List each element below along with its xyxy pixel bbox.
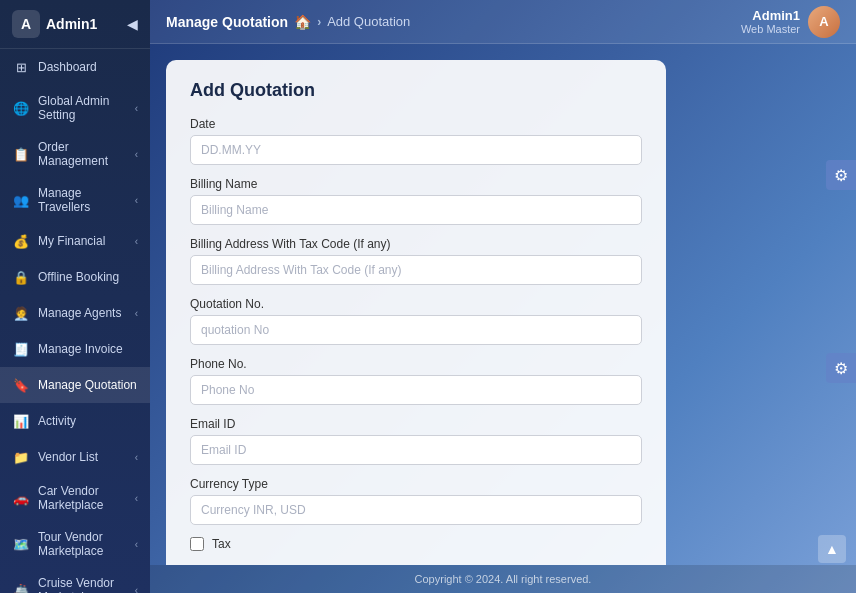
- sidebar-label-offline-booking: Offline Booking: [38, 270, 138, 284]
- sidebar-label-manage-quotation: Manage Quotation: [38, 378, 138, 392]
- phone-no-input[interactable]: [190, 375, 642, 405]
- gear-button-2[interactable]: ⚙: [826, 353, 856, 383]
- currency-type-group: Currency Type: [190, 477, 642, 525]
- billing-address-group: Billing Address With Tax Code (If any): [190, 237, 642, 285]
- sidebar: A Admin1 ◀ ⊞ Dashboard 🌐 Global Admin Se…: [0, 0, 150, 593]
- currency-type-label: Currency Type: [190, 477, 642, 491]
- sidebar-icon-cruise-vendor: 🚢: [12, 581, 30, 593]
- chevron-car-vendor: ‹: [135, 493, 138, 504]
- chevron-vendor-list: ‹: [135, 452, 138, 463]
- collapse-button[interactable]: ◀: [127, 16, 138, 32]
- logo-icon: A: [12, 10, 40, 38]
- sidebar-icon-car-vendor: 🚗: [12, 489, 30, 507]
- sidebar-label-dashboard: Dashboard: [38, 60, 138, 74]
- breadcrumb-home-icon: 🏠: [294, 14, 311, 30]
- chevron-order-mgmt: ‹: [135, 149, 138, 160]
- quotation-no-label: Quotation No.: [190, 297, 642, 311]
- tax-label: Tax: [212, 537, 231, 551]
- sidebar-item-manage-invoice[interactable]: 🧾 Manage Invoice: [0, 331, 150, 367]
- sidebar-label-car-vendor: Car Vendor Marketplace: [38, 484, 127, 512]
- email-id-input[interactable]: [190, 435, 642, 465]
- sidebar-item-activity[interactable]: 📊 Activity: [0, 403, 150, 439]
- main-content: Manage Quotation 🏠 › Add Quotation Admin…: [150, 0, 856, 593]
- main-wrapper: Manage Quotation 🏠 › Add Quotation Admin…: [150, 0, 856, 593]
- sidebar-icon-tour-vendor: 🗺️: [12, 535, 30, 553]
- sidebar-icon-global-admin: 🌐: [12, 99, 30, 117]
- email-id-label: Email ID: [190, 417, 642, 431]
- sidebar-item-offline-booking[interactable]: 🔒 Offline Booking: [0, 259, 150, 295]
- sidebar-icon-activity: 📊: [12, 412, 30, 430]
- sidebar-item-my-financial[interactable]: 💰 My Financial ‹: [0, 223, 150, 259]
- date-label: Date: [190, 117, 642, 131]
- sidebar-icon-my-financial: 💰: [12, 232, 30, 250]
- date-input[interactable]: [190, 135, 642, 165]
- quotation-no-input[interactable]: [190, 315, 642, 345]
- chevron-cruise-vendor: ‹: [135, 585, 138, 594]
- sidebar-label-global-admin: Global Admin Setting: [38, 94, 127, 122]
- sidebar-icon-dashboard: ⊞: [12, 58, 30, 76]
- breadcrumb: Manage Quotation 🏠 › Add Quotation: [166, 14, 410, 30]
- breadcrumb-separator: ›: [317, 15, 321, 29]
- tax-checkbox[interactable]: [190, 537, 204, 551]
- scroll-to-top-button[interactable]: ▲: [818, 535, 846, 563]
- sidebar-item-manage-agents[interactable]: 🧑‍💼 Manage Agents ‹: [0, 295, 150, 331]
- sidebar-label-tour-vendor: Tour Vendor Marketplace: [38, 530, 127, 558]
- user-info: Admin1 Web Master A: [741, 6, 840, 38]
- sidebar-icon-offline-booking: 🔒: [12, 268, 30, 286]
- sidebar-item-manage-quotation[interactable]: 🔖 Manage Quotation: [0, 367, 150, 403]
- user-role: Web Master: [741, 23, 800, 35]
- add-quotation-card: Add Quotation Date Billing Name Billing …: [166, 60, 666, 565]
- sidebar-item-cruise-vendor[interactable]: 🚢 Cruise Vendor Marketplace ‹: [0, 567, 150, 593]
- chevron-my-financial: ‹: [135, 236, 138, 247]
- sidebar-label-activity: Activity: [38, 414, 138, 428]
- footer: Copyright © 2024. All right reserved.: [150, 565, 856, 593]
- sidebar-label-manage-agents: Manage Agents: [38, 306, 127, 320]
- sidebar-item-global-admin[interactable]: 🌐 Global Admin Setting ‹: [0, 85, 150, 131]
- tax-section: Tax No. Product Descriptions Subtotal: [190, 537, 642, 565]
- sidebar-icon-manage-quotation: 🔖: [12, 376, 30, 394]
- topbar: Manage Quotation 🏠 › Add Quotation Admin…: [150, 0, 856, 44]
- chevron-manage-travellers: ‹: [135, 195, 138, 206]
- billing-address-label: Billing Address With Tax Code (If any): [190, 237, 642, 251]
- breadcrumb-page-title: Manage Quotation: [166, 14, 288, 30]
- sidebar-item-vendor-list[interactable]: 📁 Vendor List ‹: [0, 439, 150, 475]
- billing-name-group: Billing Name: [190, 177, 642, 225]
- gear-button-1[interactable]: ⚙: [826, 160, 856, 190]
- sidebar-item-car-vendor[interactable]: 🚗 Car Vendor Marketplace ‹: [0, 475, 150, 521]
- user-avatar: A: [808, 6, 840, 38]
- email-id-group: Email ID: [190, 417, 642, 465]
- sidebar-label-my-financial: My Financial: [38, 234, 127, 248]
- sidebar-label-cruise-vendor: Cruise Vendor Marketplace: [38, 576, 127, 593]
- billing-name-input[interactable]: [190, 195, 642, 225]
- sidebar-icon-manage-invoice: 🧾: [12, 340, 30, 358]
- sidebar-item-tour-vendor[interactable]: 🗺️ Tour Vendor Marketplace ‹: [0, 521, 150, 567]
- quotation-no-group: Quotation No.: [190, 297, 642, 345]
- chevron-tour-vendor: ‹: [135, 539, 138, 550]
- sidebar-items-container: ⊞ Dashboard 🌐 Global Admin Setting ‹ 📋 O…: [0, 49, 150, 593]
- sidebar-item-manage-travellers[interactable]: 👥 Manage Travellers ‹: [0, 177, 150, 223]
- sidebar-label-manage-invoice: Manage Invoice: [38, 342, 138, 356]
- sidebar-icon-manage-travellers: 👥: [12, 191, 30, 209]
- billing-address-input[interactable]: [190, 255, 642, 285]
- chevron-manage-agents: ‹: [135, 308, 138, 319]
- sidebar-icon-vendor-list: 📁: [12, 448, 30, 466]
- sidebar-label-vendor-list: Vendor List: [38, 450, 127, 464]
- sidebar-icon-manage-agents: 🧑‍💼: [12, 304, 30, 322]
- user-name: Admin1: [741, 8, 800, 23]
- card-title: Add Quotation: [190, 80, 642, 101]
- logo-label: Admin1: [46, 16, 97, 32]
- tax-label-row: Tax: [190, 537, 642, 551]
- phone-no-label: Phone No.: [190, 357, 642, 371]
- user-text: Admin1 Web Master: [741, 8, 800, 35]
- sidebar-item-order-mgmt[interactable]: 📋 Order Management ‹: [0, 131, 150, 177]
- content-area: Add Quotation Date Billing Name Billing …: [150, 44, 856, 565]
- currency-type-input[interactable]: [190, 495, 642, 525]
- breadcrumb-sub: Add Quotation: [327, 14, 410, 29]
- phone-no-group: Phone No.: [190, 357, 642, 405]
- sidebar-label-order-mgmt: Order Management: [38, 140, 127, 168]
- sidebar-label-manage-travellers: Manage Travellers: [38, 186, 127, 214]
- sidebar-header: A Admin1 ◀: [0, 0, 150, 49]
- sidebar-item-dashboard[interactable]: ⊞ Dashboard: [0, 49, 150, 85]
- footer-text: Copyright © 2024. All right reserved.: [415, 573, 592, 585]
- sidebar-icon-order-mgmt: 📋: [12, 145, 30, 163]
